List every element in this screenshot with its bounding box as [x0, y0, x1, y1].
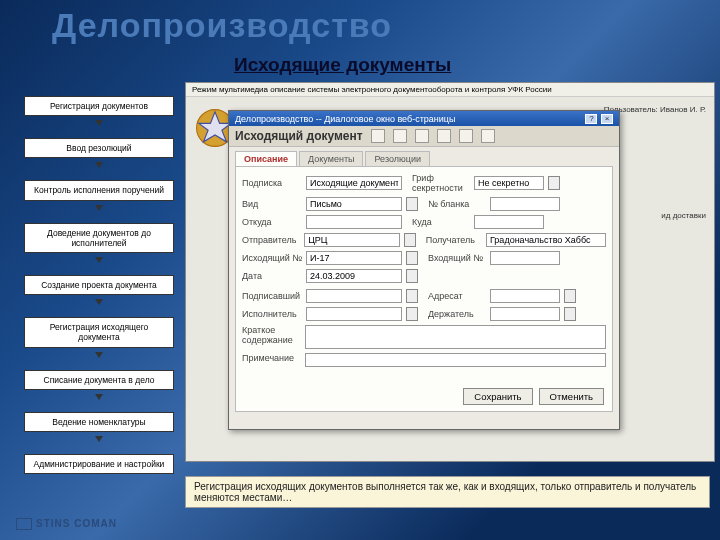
label-podpisavshiy: Подписавший: [242, 291, 302, 301]
field-adresat[interactable]: [490, 289, 560, 303]
field-no-blanka[interactable]: [490, 197, 560, 211]
field-vkh-no[interactable]: [490, 251, 560, 265]
process-step: Списание документа в дело: [24, 370, 174, 390]
label-poluchatel: Получатель: [426, 235, 482, 245]
field-primechanie[interactable]: [305, 353, 606, 367]
label-vkh-no: Входящий №: [428, 253, 486, 263]
process-step: Администрирование и настройки: [24, 454, 174, 474]
field-grif[interactable]: [474, 176, 544, 190]
tab-description[interactable]: Описание: [235, 151, 297, 166]
field-podpiska[interactable]: [306, 176, 402, 190]
process-step: Регистрация исходящего документа: [24, 317, 174, 347]
toolbar-icon[interactable]: [459, 129, 473, 143]
dialog-heading: Исходящий документ: [235, 129, 363, 143]
field-otkuda[interactable]: [306, 215, 402, 229]
picker-icon[interactable]: [406, 197, 418, 211]
picker-icon[interactable]: [406, 289, 418, 303]
field-kuda[interactable]: [474, 215, 544, 229]
slide-caption: Регистрация исходящих документов выполня…: [185, 476, 710, 508]
label-derzhatel: Держатель: [428, 309, 486, 319]
arrow-icon: [95, 299, 103, 305]
field-ispolnitel[interactable]: [306, 307, 402, 321]
logo-text: STINS COMAN: [36, 518, 117, 529]
toolbar-icon[interactable]: [371, 129, 385, 143]
tab-documents[interactable]: Документы: [299, 151, 363, 166]
dialog-titlebar: Делопроизводство -- Диалоговое окно веб-…: [229, 111, 619, 126]
field-vid[interactable]: [306, 197, 402, 211]
arrow-icon: [95, 162, 103, 168]
process-step: Контроль исполнения поручений: [24, 180, 174, 200]
arrow-icon: [95, 257, 103, 263]
field-data[interactable]: [306, 269, 402, 283]
help-icon[interactable]: ?: [585, 114, 597, 124]
toolbar-icon[interactable]: [415, 129, 429, 143]
picker-icon[interactable]: [406, 251, 418, 265]
field-otpravitel[interactable]: [304, 233, 400, 247]
field-iskh-no[interactable]: [306, 251, 402, 265]
label-ispolnitel: Исполнитель: [242, 309, 302, 319]
calendar-icon[interactable]: [406, 269, 418, 283]
label-adresat: Адресат: [428, 291, 486, 301]
vendor-logo: STINS COMAN: [16, 518, 117, 530]
arrow-icon: [95, 120, 103, 126]
label-iskh-no: Исходящий №: [242, 253, 302, 263]
outgoing-doc-dialog: Делопроизводство -- Диалоговое окно веб-…: [228, 110, 620, 430]
picker-icon[interactable]: [564, 307, 576, 321]
close-icon[interactable]: ×: [601, 114, 613, 124]
form-panel: Подписка Гриф секретности Вид № бланка О…: [235, 166, 613, 412]
field-podpisavshiy[interactable]: [306, 289, 402, 303]
field-derzhatel[interactable]: [490, 307, 560, 321]
arrow-icon: [95, 205, 103, 211]
arrow-icon: [95, 352, 103, 358]
label-no-blanka: № бланка: [428, 199, 486, 209]
picker-icon[interactable]: [548, 176, 560, 190]
process-step: Создание проекта документа: [24, 275, 174, 295]
process-step: Ввод резолюций: [24, 138, 174, 158]
arrow-icon: [95, 394, 103, 400]
browser-titlebar: Режим мультимедиа описание системы элект…: [186, 83, 714, 97]
slide-subtitle: Исходящие документы: [234, 54, 451, 76]
label-kratkoe: Краткое содержание: [242, 325, 301, 345]
cancel-button[interactable]: Отменить: [539, 388, 604, 405]
arrow-icon: [95, 436, 103, 442]
picker-icon[interactable]: [404, 233, 416, 247]
process-column: Регистрация документов Ввод резолюций Ко…: [24, 96, 174, 496]
label-data: Дата: [242, 271, 302, 281]
picker-icon[interactable]: [564, 289, 576, 303]
process-step: Ведение номенклатуры: [24, 412, 174, 432]
toolbar-icon[interactable]: [393, 129, 407, 143]
bg-column-header: ид доставки: [661, 211, 706, 220]
slide-title: Делопроизводство: [52, 6, 392, 45]
save-button[interactable]: Сохранить: [463, 388, 532, 405]
label-otpravitel: Отправитель: [242, 235, 300, 245]
tab-strip: Описание Документы Резолюции: [229, 147, 619, 166]
label-primechanie: Примечание: [242, 353, 301, 363]
label-grif: Гриф секретности: [412, 173, 470, 193]
toolbar-icon[interactable]: [437, 129, 451, 143]
field-kratkoe[interactable]: [305, 325, 606, 349]
picker-icon[interactable]: [406, 307, 418, 321]
field-poluchatel[interactable]: [486, 233, 606, 247]
label-otkuda: Откуда: [242, 217, 302, 227]
process-step: Доведение документов до исполнителей: [24, 223, 174, 253]
logo-icon: [16, 518, 32, 530]
dialog-title: Делопроизводство -- Диалоговое окно веб-…: [235, 114, 455, 124]
dialog-heading-bar: Исходящий документ: [229, 126, 619, 147]
label-vid: Вид: [242, 199, 302, 209]
tab-resolutions[interactable]: Резолюции: [365, 151, 429, 166]
toolbar-icon[interactable]: [481, 129, 495, 143]
label-kuda: Куда: [412, 217, 470, 227]
process-step: Регистрация документов: [24, 96, 174, 116]
label-podpiska: Подписка: [242, 178, 302, 188]
